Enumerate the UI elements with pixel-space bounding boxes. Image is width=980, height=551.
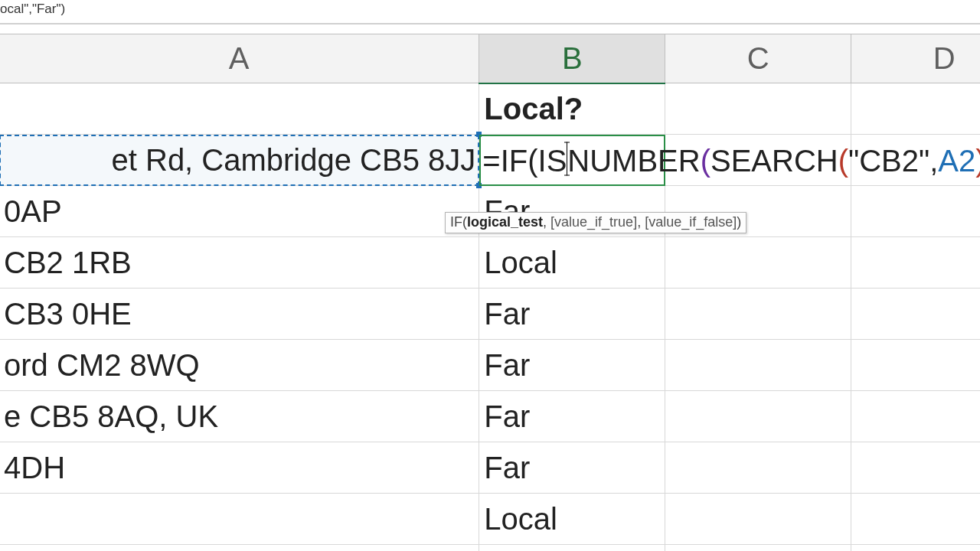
column-label: C <box>747 41 769 75</box>
cell-text: CB3 0HE <box>4 297 132 331</box>
tooltip-arg: [value_if_false] <box>645 214 737 230</box>
column-header-D[interactable]: D <box>851 34 980 83</box>
table-row: 4DH Far <box>0 442 980 494</box>
tooltip-paren: ) <box>737 214 741 230</box>
cell-text: ord CM2 8WQ <box>4 348 200 382</box>
cell-A9[interactable] <box>0 494 479 545</box>
column-header-C[interactable]: C <box>665 34 851 83</box>
column-header-row: A B C D <box>0 34 980 83</box>
cell-text: Local <box>484 246 557 279</box>
cell-B9[interactable]: Local <box>479 494 665 545</box>
cell-B8[interactable]: Far <box>479 442 665 494</box>
tooltip-arg-current: logical_test <box>467 214 543 230</box>
worksheet[interactable]: A B C D Local? et Rd, Cambridge CB5 8JJ <box>0 24 980 551</box>
cell-D1[interactable] <box>851 83 980 135</box>
formula-bar-text: ocal","Far") <box>0 0 65 17</box>
cell-B4[interactable]: Local <box>479 237 665 289</box>
grid[interactable]: A B C D Local? et Rd, Cambridge CB5 8JJ <box>0 34 980 551</box>
formula-paren: ( <box>528 144 537 178</box>
formula-fn-isnumber-pre: IS <box>538 144 567 178</box>
table-row: CB2 1RB Local <box>0 237 980 289</box>
table-row: ord CM2 8WQ Far <box>0 340 980 391</box>
cell-A7[interactable]: e CB5 8AQ, UK <box>0 391 479 442</box>
cell-A5[interactable]: CB3 0HE <box>0 289 479 340</box>
table-row: e CB5 8AQ, UK Far <box>0 391 980 442</box>
cell-B7[interactable]: Far <box>479 391 665 442</box>
cell-A2[interactable]: et Rd, Cambridge CB5 8JJ <box>0 135 479 186</box>
cell-text: et Rd, Cambridge CB5 8JJ <box>112 143 476 177</box>
cell-A3[interactable]: 0AP <box>0 186 479 237</box>
cell-C8[interactable] <box>665 442 851 494</box>
cell-D6[interactable] <box>851 340 980 391</box>
column-label: A <box>229 41 250 75</box>
tooltip-fn-name: IF <box>450 214 462 230</box>
cell-D10[interactable] <box>851 545 980 552</box>
cell-A6[interactable]: ord CM2 8WQ <box>0 340 479 391</box>
cell-D4[interactable] <box>851 237 980 289</box>
table-row: et Rd, Cambridge CB5 8JJ =IF(ISNUMBER(SE… <box>0 135 980 186</box>
cell-A1[interactable] <box>0 83 479 135</box>
cell-D9[interactable] <box>851 494 980 545</box>
cell-D3[interactable] <box>851 186 980 237</box>
cell-B6[interactable]: Far <box>479 340 665 391</box>
cell-A10[interactable] <box>0 545 479 552</box>
cell-D5[interactable] <box>851 289 980 340</box>
cell-text: Far <box>484 297 530 331</box>
cell-D7[interactable] <box>851 391 980 442</box>
formula-eq: = <box>482 144 500 178</box>
cell-text: Far <box>484 399 530 433</box>
cell-C9[interactable] <box>665 494 851 545</box>
text-caret-icon <box>567 142 567 176</box>
tooltip-arg: [value_if_true] <box>550 214 637 230</box>
cell-C1[interactable] <box>665 83 851 135</box>
cell-C4[interactable] <box>665 237 851 289</box>
column-label: B <box>562 41 583 75</box>
column-header-B[interactable]: B <box>479 34 665 83</box>
cell-C7[interactable] <box>665 391 851 442</box>
tooltip-sep: , <box>637 214 645 230</box>
column-label: D <box>933 41 956 75</box>
function-tooltip[interactable]: IF(logical_test, [value_if_true], [value… <box>445 212 746 233</box>
cell-C2[interactable] <box>665 135 851 186</box>
cell-B1[interactable]: Local? <box>479 83 665 135</box>
cell-C6[interactable] <box>665 340 851 391</box>
cell-text: CB2 1RB <box>4 246 132 279</box>
table-row: Local? <box>0 83 980 135</box>
tooltip-sep: , <box>543 214 550 230</box>
cell-A4[interactable]: CB2 1RB <box>0 237 479 289</box>
table-row: Local <box>0 494 980 545</box>
formula-bar[interactable]: ocal","Far") <box>0 0 980 24</box>
cell-text: Local? <box>484 92 583 126</box>
cell-text: Far <box>484 348 530 382</box>
cell-text: Local <box>484 502 557 536</box>
table-row: CB3 0HE Far <box>0 289 980 340</box>
cell-text: 0AP <box>4 194 62 228</box>
cell-B10[interactable] <box>479 545 665 552</box>
cell-text: Far <box>484 451 530 484</box>
formula-fn-if: IF <box>501 144 528 178</box>
cell-C5[interactable] <box>665 289 851 340</box>
cell-D8[interactable] <box>851 442 980 494</box>
cell-D2[interactable] <box>851 135 980 186</box>
table-row <box>0 545 980 552</box>
cell-B2-editing[interactable]: =IF(ISNUMBER(SEARCH("CB2",A2))," <box>479 135 665 186</box>
cell-text: e CB5 8AQ, UK <box>4 399 218 433</box>
cell-text: 4DH <box>4 451 65 484</box>
cell-B5[interactable]: Far <box>479 289 665 340</box>
cell-A8[interactable]: 4DH <box>0 442 479 494</box>
column-header-A[interactable]: A <box>0 34 479 83</box>
cell-C10[interactable] <box>665 545 851 552</box>
